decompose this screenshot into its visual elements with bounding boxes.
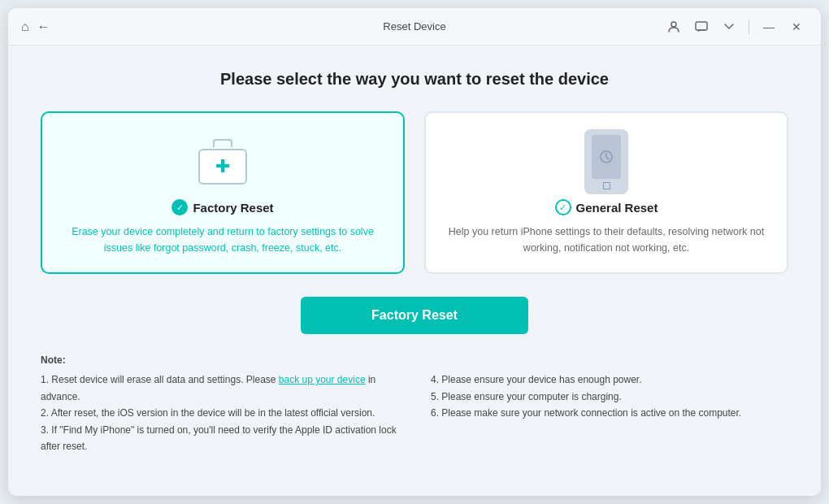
medkit-cross: ✚ bbox=[215, 158, 230, 176]
main-content: Please select the way you want to reset … bbox=[8, 46, 821, 496]
medkit-body: ✚ bbox=[198, 149, 247, 185]
factory-reset-icon-wrap: ✚ bbox=[193, 136, 252, 188]
phone-home-btn bbox=[603, 182, 610, 189]
medkit-icon: ✚ bbox=[195, 139, 250, 185]
general-label-row: ✓ General Reset bbox=[555, 199, 658, 215]
notes-col-right: 4. Please ensure your device has enough … bbox=[431, 371, 788, 454]
medkit-handle bbox=[213, 139, 232, 147]
note-1: 1. Reset device will erase all data and … bbox=[41, 371, 398, 405]
backup-link[interactable]: back up your device bbox=[279, 374, 366, 385]
general-reset-card[interactable]: ✓ General Reset Help you return iPhone s… bbox=[424, 111, 788, 274]
cards-row: ✚ ✓ Factory Reset Erase your device comp… bbox=[41, 111, 788, 274]
notes-title: Note: bbox=[41, 352, 788, 368]
titlebar-divider bbox=[749, 20, 749, 34]
factory-label-row: ✓ Factory Reset bbox=[171, 199, 273, 215]
general-reset-icon-wrap bbox=[577, 136, 636, 188]
note-3: 3. If "Find My iPhone" is turned on, you… bbox=[41, 422, 398, 455]
note-4: 4. Please ensure your device has enough … bbox=[431, 371, 788, 388]
minimize-button[interactable]: — bbox=[757, 15, 780, 38]
dropdown-icon[interactable] bbox=[718, 15, 740, 38]
factory-reset-card[interactable]: ✚ ✓ Factory Reset Erase your device comp… bbox=[41, 111, 405, 274]
note-2: 2. After reset, the iOS version in the d… bbox=[41, 405, 398, 421]
general-check-icon: ✓ bbox=[555, 199, 571, 215]
window-title: Reset Device bbox=[383, 20, 445, 33]
svg-rect-1 bbox=[696, 22, 707, 30]
factory-card-desc: Erase your device completely and return … bbox=[59, 224, 387, 256]
notes-col-left: 1. Reset device will erase all data and … bbox=[41, 371, 398, 454]
home-icon[interactable]: ⌂ bbox=[21, 20, 29, 34]
svg-point-0 bbox=[671, 22, 676, 27]
titlebar-left: ⌂ ← bbox=[21, 20, 50, 34]
note-6: 6. Please make sure your network connect… bbox=[431, 405, 788, 421]
chat-icon[interactable] bbox=[690, 15, 713, 38]
phone-body bbox=[584, 129, 628, 194]
main-window: ⌂ ← Reset Device bbox=[8, 8, 821, 496]
phone-icon bbox=[584, 129, 628, 194]
user-icon[interactable] bbox=[662, 15, 685, 38]
notes-columns: 1. Reset device will erase all data and … bbox=[41, 371, 788, 454]
action-button[interactable]: Factory Reset bbox=[301, 297, 528, 334]
general-card-desc: Help you return iPhone settings to their… bbox=[442, 224, 770, 256]
factory-card-label: Factory Reset bbox=[193, 201, 273, 215]
general-card-label: General Reset bbox=[576, 201, 658, 215]
factory-check-icon: ✓ bbox=[171, 199, 188, 215]
back-icon[interactable]: ← bbox=[37, 20, 50, 34]
titlebar-right: — ✕ bbox=[662, 15, 808, 38]
note-5: 5. Please ensure your computer is chargi… bbox=[431, 389, 788, 405]
close-button[interactable]: ✕ bbox=[785, 15, 808, 38]
notes-section: Note: 1. Reset device will erase all dat… bbox=[41, 352, 788, 454]
page-title: Please select the way you want to reset … bbox=[41, 70, 788, 89]
phone-screen bbox=[592, 135, 621, 179]
titlebar: ⌂ ← Reset Device bbox=[8, 8, 821, 46]
